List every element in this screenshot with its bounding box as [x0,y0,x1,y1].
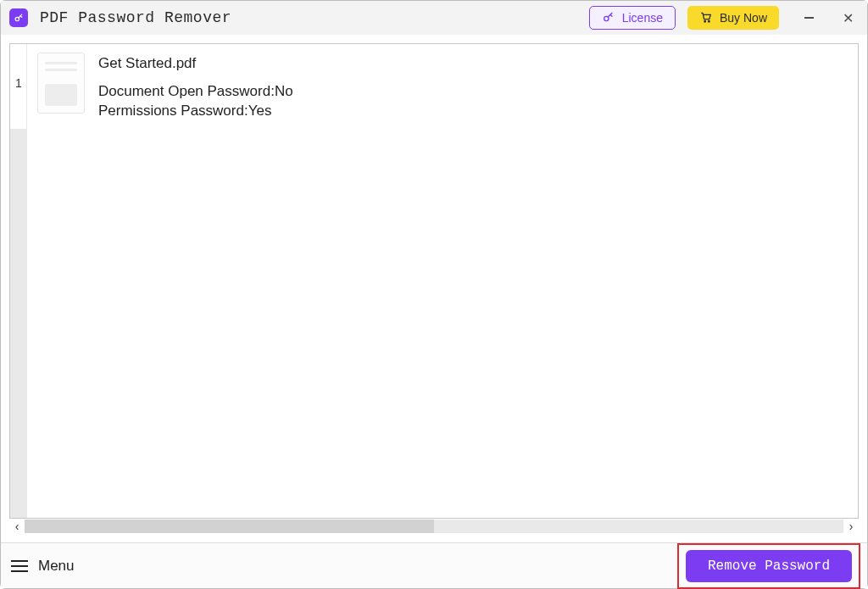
license-label: License [622,11,663,25]
svg-point-3 [709,20,710,22]
titlebar: PDF Password Remover License Buy Now ✕ [1,1,867,35]
content-area: 1 Get Started.pdf Document Open Password… [1,35,867,542]
pdf-thumbnail-icon [37,53,85,114]
file-list: 1 Get Started.pdf Document Open Password… [9,43,859,519]
license-button[interactable]: License [589,6,676,30]
file-name: Get Started.pdf [98,54,293,74]
scroll-track[interactable] [25,520,843,533]
app-title: PDF Password Remover [40,9,231,26]
scroll-thumb[interactable] [25,520,434,533]
menu-label: Menu [38,558,75,575]
file-list-body: Get Started.pdf Document Open Password:N… [27,44,858,518]
minimize-button[interactable] [789,1,828,35]
footer: Menu Remove Password [1,542,867,588]
permissions-password-line: Permissions Password:Yes [98,102,293,121]
file-meta: Get Started.pdf Document Open Password:N… [98,53,293,121]
scroll-left-arrow-icon[interactable]: ‹ [9,519,25,534]
app-logo-icon [9,8,28,27]
row-gutter: 1 [10,44,27,518]
close-icon: ✕ [843,10,854,26]
svg-point-2 [704,20,706,22]
buy-now-button[interactable]: Buy Now [687,6,779,30]
open-password-line: Document Open Password:No [98,82,293,102]
app-window: PDF Password Remover License Buy Now ✕ [0,0,868,589]
close-button[interactable]: ✕ [828,1,867,35]
row-number: 1 [10,76,27,90]
minimize-icon [804,17,814,19]
file-row[interactable]: Get Started.pdf Document Open Password:N… [27,44,858,130]
horizontal-scrollbar[interactable]: ‹ › [9,519,859,534]
buy-now-label: Buy Now [720,11,767,25]
remove-password-highlight: Remove Password [677,543,860,589]
hamburger-icon [11,560,28,572]
shopping-cart-icon [699,10,713,26]
scroll-right-arrow-icon[interactable]: › [843,519,859,534]
menu-button[interactable]: Menu [11,558,75,575]
key-icon [602,10,615,26]
remove-password-button[interactable]: Remove Password [686,550,852,582]
